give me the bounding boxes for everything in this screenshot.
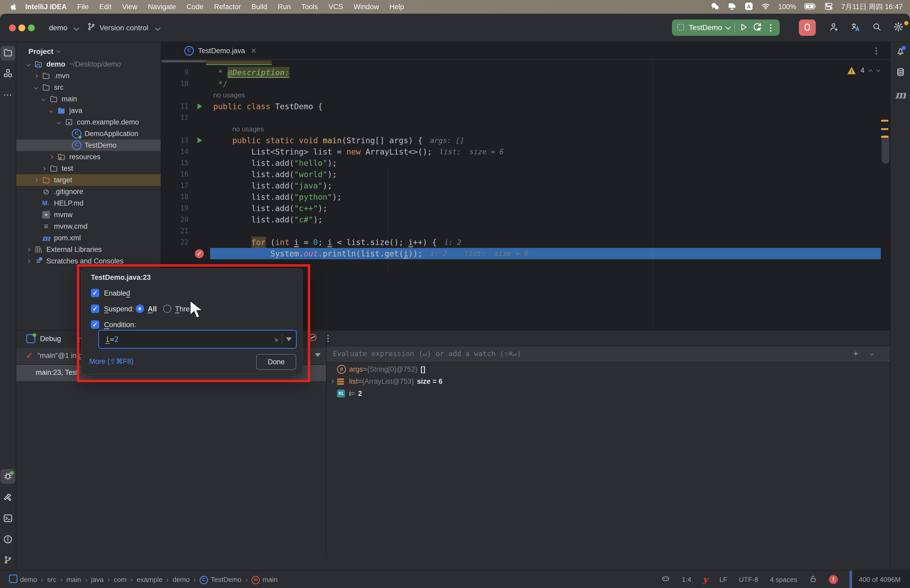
- memory-indicator[interactable]: 400 of 4096M: [849, 571, 910, 588]
- line-number[interactable]: 20: [161, 214, 194, 225]
- terminal-tool-button[interactable]: [3, 513, 13, 523]
- code-line-21[interactable]: 21: [161, 225, 881, 237]
- wifi-icon[interactable]: [761, 2, 770, 12]
- breadcrumb-main[interactable]: main: [66, 576, 81, 584]
- settings-gear-icon[interactable]: [893, 22, 904, 32]
- tab-testdemo-java[interactable]: C TestDemo.java ✕: [184, 46, 257, 55]
- tree-item-scratches-and-consoles[interactable]: ≡Scratches and Consoles: [16, 255, 161, 267]
- condition-checkbox[interactable]: ✓: [91, 320, 99, 329]
- line-number[interactable]: 9: [161, 67, 194, 78]
- tab-options-kebab-icon[interactable]: ⋮: [872, 46, 881, 56]
- code-line-9[interactable]: 9 * @Description:: [161, 67, 881, 78]
- menu-file[interactable]: File: [78, 3, 89, 11]
- copilot-icon[interactable]: [661, 574, 670, 585]
- condition-history-arrow[interactable]: [286, 338, 292, 341]
- problems-tool-button[interactable]: [3, 534, 13, 544]
- chevron-right-icon[interactable]: [41, 166, 45, 171]
- evaluate-history-arrow[interactable]: [870, 352, 874, 356]
- suspend-checkbox[interactable]: ✓: [91, 305, 99, 313]
- breadcrumb-com[interactable]: com: [114, 576, 127, 584]
- line-number[interactable]: 22: [161, 237, 194, 248]
- build-tool-button[interactable]: [3, 493, 13, 503]
- code-line-18[interactable]: 18 list.add("python");: [161, 191, 881, 203]
- project-selector[interactable]: demo: [49, 24, 68, 32]
- menu-navigate[interactable]: Navigate: [148, 3, 176, 11]
- menu-build[interactable]: Build: [251, 3, 267, 11]
- menu-view[interactable]: View: [122, 3, 137, 11]
- code-line-22[interactable]: 22 for (int i = 0; i < list.size(); i++)…: [161, 237, 881, 248]
- line-number[interactable]: 10: [161, 78, 194, 89]
- variable-row-i[interactable]: 01i = 2: [327, 388, 890, 399]
- breadcrumb-main[interactable]: mmain: [251, 575, 277, 584]
- vcs-widget[interactable]: Version control: [100, 24, 148, 32]
- vcs-branch-icon[interactable]: [87, 22, 96, 31]
- line-separator[interactable]: LF: [719, 576, 727, 584]
- menu-window[interactable]: Window: [354, 3, 379, 11]
- warning-stripe-mark[interactable]: [881, 128, 888, 130]
- git-tool-button[interactable]: [3, 556, 12, 564]
- more-link[interactable]: More (⇧⌘F8): [89, 357, 134, 366]
- line-number[interactable]: 11: [161, 101, 194, 112]
- chevron-right-icon[interactable]: [26, 259, 30, 263]
- menu-tools[interactable]: Tools: [301, 3, 318, 11]
- code-line-17[interactable]: 17 list.add("java");: [161, 180, 881, 191]
- tree-item-resources[interactable]: resources: [16, 151, 161, 163]
- gutter[interactable]: ✓: [194, 248, 210, 259]
- close-window-button[interactable]: [9, 24, 16, 31]
- run-gutter-icon[interactable]: [197, 137, 202, 143]
- translate-icon[interactable]: [850, 22, 860, 32]
- line-number[interactable]: 17: [161, 180, 194, 191]
- caret-position[interactable]: 1:4: [682, 576, 691, 584]
- tree-item-test[interactable]: test: [16, 163, 161, 174]
- gutter[interactable]: [194, 101, 210, 112]
- tree-item-main[interactable]: main: [16, 93, 161, 105]
- tree-item-mvnw-cmd[interactable]: ≡mvnw.cmd: [16, 221, 161, 232]
- gutter[interactable]: [194, 135, 210, 146]
- code-line-11[interactable]: 11public class TestDemo {: [161, 101, 881, 112]
- run-configuration-pill[interactable]: TestDemo ⋮: [672, 19, 780, 36]
- youtrack-icon[interactable]: y: [703, 575, 708, 585]
- line-number[interactable]: 18: [161, 191, 194, 203]
- code-line-10[interactable]: 10 */: [161, 78, 881, 89]
- line-number[interactable]: 12: [161, 112, 194, 123]
- database-tool-button[interactable]: [896, 67, 905, 77]
- mute-breakpoints-icon[interactable]: [308, 333, 318, 343]
- menu-run[interactable]: Run: [278, 3, 291, 11]
- debug-options-kebab-icon[interactable]: ⋮: [324, 333, 332, 343]
- chevron-right-icon[interactable]: [34, 74, 38, 78]
- chevron-right-icon[interactable]: [26, 247, 30, 252]
- tree-item--mvn[interactable]: .mvn: [16, 70, 161, 82]
- search-icon[interactable]: [872, 22, 882, 32]
- evaluate-bar[interactable]: Evaluate expression (↵) or add a watch (…: [327, 346, 890, 363]
- usages-hint[interactable]: no usages: [213, 123, 264, 135]
- breadcrumb-java[interactable]: java: [91, 576, 104, 584]
- usages-hint[interactable]: no usages: [213, 89, 245, 101]
- restart-debug-button[interactable]: [752, 22, 762, 33]
- chevron-down-icon[interactable]: [34, 85, 38, 89]
- menu-code[interactable]: Code: [186, 3, 204, 11]
- chevron-down-icon[interactable]: [49, 108, 53, 113]
- lock-icon[interactable]: [809, 575, 817, 585]
- tree-item-com-example-demo[interactable]: com.example.demo: [16, 116, 161, 128]
- tab-debug[interactable]: Debug: [26, 334, 61, 343]
- chevron-down-icon[interactable]: [41, 97, 45, 101]
- structure-tool-button[interactable]: [3, 68, 13, 78]
- chevron-right-icon[interactable]: [49, 155, 53, 159]
- code-line-23[interactable]: ✓ System.out.println(list.get(i));i: 2 l…: [161, 248, 881, 259]
- tree-item--gitignore[interactable]: ⊘.gitignore: [16, 186, 161, 197]
- code-inlay-row[interactable]: no usages: [161, 123, 881, 135]
- tree-item-demo[interactable]: demo~/Desktop/demo: [16, 58, 161, 70]
- line-number[interactable]: 15: [161, 157, 194, 169]
- debug-tool-button[interactable]: [0, 469, 15, 484]
- line-number[interactable]: 14: [161, 146, 194, 157]
- add-user-icon[interactable]: [829, 22, 839, 32]
- line-number[interactable]: 19: [161, 203, 194, 214]
- maven-tool-button[interactable]: m: [895, 89, 906, 101]
- chevron-right-icon[interactable]: [330, 379, 334, 383]
- breadcrumb-testdemo[interactable]: CTestDemo: [200, 575, 241, 584]
- chevron-down-icon[interactable]: [26, 62, 30, 66]
- suspend-all-radio[interactable]: [136, 305, 144, 313]
- code-line-12[interactable]: 12: [161, 112, 881, 123]
- line-number[interactable]: 21: [161, 225, 194, 237]
- code-line-20[interactable]: 20 list.add("c#");: [161, 214, 881, 225]
